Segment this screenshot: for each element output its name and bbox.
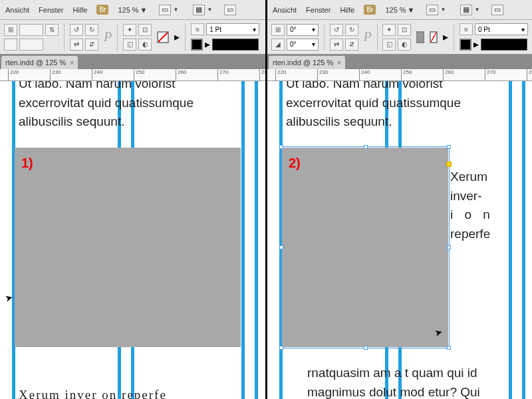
bridge-icon[interactable]: Br: [364, 5, 376, 15]
flip-h-icon[interactable]: ⇄: [330, 39, 343, 51]
menu-fenster[interactable]: Fenster: [39, 6, 63, 14]
horizontal-ruler: 220 230 240 250 260 270 280: [0, 69, 265, 81]
link-icon[interactable]: ⇅: [45, 24, 59, 36]
horizontal-ruler: 220 230 240 250 260 270 280: [267, 69, 532, 81]
paragraph-icon: P: [364, 29, 372, 45]
anchor-handle-icon[interactable]: [446, 162, 452, 167]
fill-swatch[interactable]: [191, 39, 203, 51]
stroke-weight-field[interactable]: 0 Pt▾: [475, 23, 528, 35]
arrange-dropdown[interactable]: ▦▼: [458, 3, 482, 17]
body-text: rnatquasim am a t quam qui id magnimus d…: [307, 364, 507, 399]
menu-fenster[interactable]: Fenster: [306, 6, 331, 14]
column-guide[interactable]: [241, 81, 245, 399]
document-canvas[interactable]: Ut labo. Nam harum volorist excerrovitat…: [0, 81, 265, 399]
rotate-cw-icon[interactable]: ↻: [345, 24, 358, 36]
column-guide[interactable]: [522, 81, 525, 399]
body-text: Ut labo. Nam harum volorist excerrovitat…: [19, 81, 238, 132]
control-toolbar: ⊞⇅ ↺↻ ⇄⇵ P ✦⊡ ◱◐ ▸ ≡1 Pt▾ ▸: [0, 20, 265, 55]
paragraph-icon: P: [104, 29, 112, 45]
weight-icon: ≡: [191, 23, 204, 35]
fill-swatch[interactable]: [416, 31, 424, 43]
chevron-icon[interactable]: ▸: [443, 31, 448, 43]
selection-box: [281, 146, 450, 348]
stroke-swatch[interactable]: [157, 31, 169, 43]
menu-hilfe[interactable]: Hilfe: [340, 6, 354, 14]
blank-icon: [4, 39, 17, 51]
zoom-field[interactable]: 125 %▼: [385, 6, 414, 14]
tab-bar: rten.indd @ 125 %×: [267, 55, 532, 69]
stroke-weight-field[interactable]: 1 Pt▾: [206, 23, 259, 35]
effects-icon[interactable]: ✦: [123, 24, 136, 36]
menubar: Ansicht Fenster Hilfe Br 125 %▼ ▭▼ ▦▼ ▭: [0, 0, 265, 20]
document-tab[interactable]: rten.indd @ 125 %×: [269, 56, 345, 69]
column-guide[interactable]: [255, 81, 258, 399]
color-bar[interactable]: [481, 39, 527, 51]
rotate-field[interactable]: 0°▾: [287, 24, 319, 36]
flip-h-icon[interactable]: ⇄: [70, 39, 83, 51]
document-canvas[interactable]: Ut labo. Nam harum volorist excerrovitat…: [267, 81, 532, 399]
wrap-icon[interactable]: ⊡: [398, 24, 411, 36]
zoom-field[interactable]: 125 %▼: [118, 6, 147, 14]
body-text: Xerum inver on reperfe: [19, 386, 238, 399]
control-toolbar: ⊞0°▾ ◢0°▾ ↺↻ ⇄⇵ P ✦⊡ ◱◐ ▸ ≡0 Pt▾ ▸: [267, 20, 532, 55]
tab-bar: rten.indd @ 125 %×: [0, 55, 265, 69]
screen-mode-dropdown[interactable]: ▭▼: [424, 3, 448, 17]
wrap-icon[interactable]: ⊡: [138, 24, 152, 36]
rotate-ccw-icon[interactable]: ↺: [330, 24, 343, 36]
chevron-icon[interactable]: ▸: [174, 31, 180, 43]
effects-icon[interactable]: ✦: [382, 24, 396, 36]
menu-hilfe[interactable]: Hilfe: [72, 6, 87, 14]
annotation-2: 2): [289, 156, 301, 171]
menu-ansicht[interactable]: Ansicht: [5, 6, 29, 14]
wrap-text: Xerum inver- i o n reperfe: [450, 168, 503, 243]
annotation-1: 1): [21, 156, 33, 171]
body-text: Ut labo. Nam harum volorist excerrovitat…: [286, 81, 505, 132]
close-icon[interactable]: ×: [337, 59, 341, 66]
bridge-icon[interactable]: Br: [96, 5, 108, 15]
rotate-cw-icon[interactable]: ↻: [85, 24, 98, 36]
menu-ansicht[interactable]: Ansicht: [273, 6, 297, 14]
screen-mode-dropdown[interactable]: ▭▼: [156, 3, 181, 17]
toolbar-icon[interactable]: ▭: [491, 5, 503, 15]
shear-field[interactable]: 0°▾: [287, 39, 319, 51]
color-bar[interactable]: [212, 39, 259, 51]
x-field[interactable]: [19, 24, 43, 36]
fill-swatch[interactable]: [460, 39, 471, 51]
toolbar-icon[interactable]: ▭: [224, 5, 236, 15]
opacity-icon[interactable]: ◐: [138, 39, 152, 51]
document-tab[interactable]: rten.indd @ 125 %×: [1, 56, 78, 69]
menubar: Ansicht Fenster Hilfe Br 125 %▼ ▭▼ ▦▼ ▭: [267, 0, 532, 20]
arrange-dropdown[interactable]: ▦▼: [190, 3, 215, 17]
flip-v-icon[interactable]: ⇵: [85, 39, 98, 51]
ref-point-icon[interactable]: ⊞: [4, 24, 17, 36]
weight-icon: ≡: [460, 23, 473, 35]
ref-point-icon[interactable]: ⊞: [271, 24, 285, 36]
corner-icon[interactable]: ◱: [382, 39, 396, 51]
rotate-ccw-icon[interactable]: ↺: [70, 24, 83, 36]
y-field[interactable]: [19, 39, 43, 51]
column-guide[interactable]: [509, 81, 512, 399]
shear-icon[interactable]: ◢: [271, 39, 285, 51]
corner-icon[interactable]: ◱: [123, 39, 136, 51]
close-icon[interactable]: ×: [70, 59, 74, 66]
flip-v-icon[interactable]: ⇵: [345, 39, 358, 51]
opacity-icon[interactable]: ◐: [398, 39, 411, 51]
image-frame[interactable]: [15, 148, 241, 347]
stroke-swatch[interactable]: [430, 31, 438, 43]
